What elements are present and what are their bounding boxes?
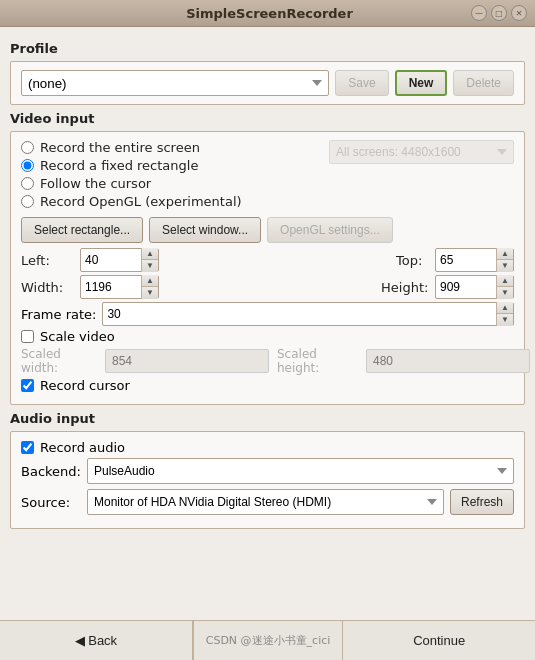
left-label: Left: <box>21 253 76 268</box>
video-input-label: Video input <box>10 111 525 126</box>
scale-video-checkbox[interactable] <box>21 330 34 343</box>
height-spinbox[interactable]: ▲ ▼ <box>435 275 514 299</box>
framerate-input[interactable] <box>103 303 496 325</box>
record-cursor-label: Record cursor <box>40 378 130 393</box>
save-button[interactable]: Save <box>335 70 388 96</box>
width-spinbox[interactable]: ▲ ▼ <box>80 275 159 299</box>
record-audio-label: Record audio <box>40 440 125 455</box>
profile-select[interactable]: (none) <box>21 70 329 96</box>
left-input[interactable] <box>81 249 141 271</box>
title-text: SimpleScreenRecorder <box>68 6 471 21</box>
backend-label: Backend: <box>21 464 81 479</box>
delete-button[interactable]: Delete <box>453 70 514 96</box>
radio-entire-screen[interactable] <box>21 141 34 154</box>
scaled-width-input <box>105 349 269 373</box>
top-down-arrow[interactable]: ▼ <box>497 260 513 272</box>
profile-label: Profile <box>10 41 525 56</box>
select-window-button[interactable]: Select window... <box>149 217 261 243</box>
entire-screen-label: Record the entire screen <box>40 140 200 155</box>
left-spinbox[interactable]: ▲ ▼ <box>80 248 159 272</box>
width-label: Width: <box>21 280 76 295</box>
top-input[interactable] <box>436 249 496 271</box>
continue-button[interactable]: Continue <box>343 621 535 660</box>
record-audio-checkbox[interactable] <box>21 441 34 454</box>
left-up-arrow[interactable]: ▲ <box>142 248 158 260</box>
top-spinbox[interactable]: ▲ ▼ <box>435 248 514 272</box>
maximize-btn[interactable]: □ <box>491 5 507 21</box>
scaled-width-label: Scaled width: <box>21 347 101 375</box>
new-button[interactable]: New <box>395 70 448 96</box>
framerate-label: Frame rate: <box>21 307 96 322</box>
fixed-rect-label: Record a fixed rectangle <box>40 158 198 173</box>
watermark: CSDN @迷途小书童_cici <box>194 633 343 648</box>
all-screens-select: All screens: 4480x1600 <box>329 140 514 164</box>
height-down-arrow[interactable]: ▼ <box>497 287 513 299</box>
backend-select[interactable]: PulseAudio <box>87 458 514 484</box>
top-label: Top: <box>396 253 431 268</box>
radio-fixed-rect[interactable] <box>21 159 34 172</box>
refresh-button[interactable]: Refresh <box>450 489 514 515</box>
title-bar: SimpleScreenRecorder — □ ✕ <box>0 0 535 27</box>
close-btn[interactable]: ✕ <box>511 5 527 21</box>
width-up-arrow[interactable]: ▲ <box>142 275 158 287</box>
audio-input-label: Audio input <box>10 411 525 426</box>
framerate-up-arrow[interactable]: ▲ <box>497 302 513 314</box>
framerate-down-arrow[interactable]: ▼ <box>497 314 513 326</box>
scale-video-label: Scale video <box>40 329 115 344</box>
select-rectangle-button[interactable]: Select rectangle... <box>21 217 143 243</box>
back-button[interactable]: ◀ Back <box>0 621 193 660</box>
top-up-arrow[interactable]: ▲ <box>497 248 513 260</box>
left-down-arrow[interactable]: ▼ <box>142 260 158 272</box>
width-down-arrow[interactable]: ▼ <box>142 287 158 299</box>
bottom-bar: ◀ Back CSDN @迷途小书童_cici Continue <box>0 620 535 660</box>
framerate-spinbox[interactable]: ▲ ▼ <box>102 302 514 326</box>
opengl-settings-button[interactable]: OpenGL settings... <box>267 217 393 243</box>
scaled-height-label: Scaled height: <box>277 347 362 375</box>
height-up-arrow[interactable]: ▲ <box>497 275 513 287</box>
source-select[interactable]: Monitor of HDA NVidia Digital Stereo (HD… <box>87 489 444 515</box>
follow-cursor-label: Follow the cursor <box>40 176 151 191</box>
width-input[interactable] <box>81 276 141 298</box>
opengl-label: Record OpenGL (experimental) <box>40 194 242 209</box>
source-label: Source: <box>21 495 81 510</box>
height-label: Height: <box>381 280 431 295</box>
window-controls[interactable]: — □ ✕ <box>471 5 527 21</box>
height-input[interactable] <box>436 276 496 298</box>
record-cursor-checkbox[interactable] <box>21 379 34 392</box>
minimize-btn[interactable]: — <box>471 5 487 21</box>
radio-opengl[interactable] <box>21 195 34 208</box>
radio-follow-cursor[interactable] <box>21 177 34 190</box>
scaled-height-input <box>366 349 530 373</box>
